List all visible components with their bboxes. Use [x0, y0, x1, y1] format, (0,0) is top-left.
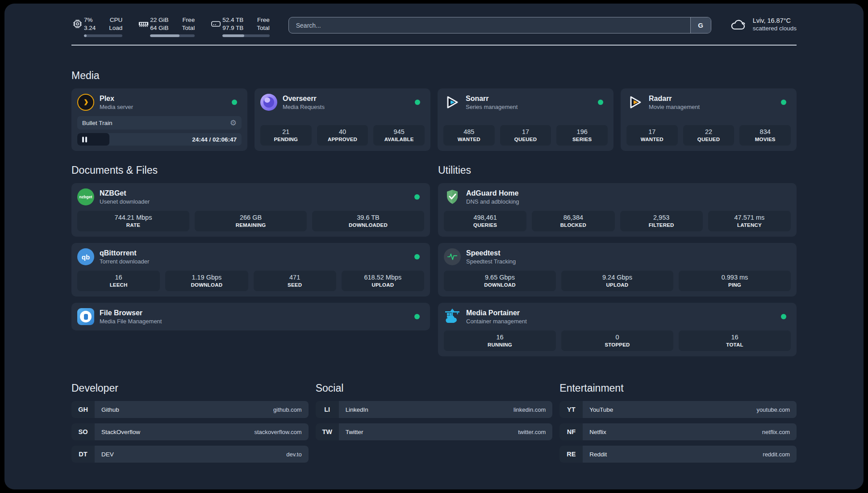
app-subtitle: DNS and adblocking: [466, 198, 791, 205]
bookmark-name: YouTube: [589, 406, 613, 413]
adguard-card[interactable]: AdGuard Home DNS and adblocking 498,461 …: [438, 183, 797, 237]
stat-value: 16: [446, 334, 554, 341]
stat-tile: 834 MOVIES: [739, 125, 791, 146]
filebrowser-card[interactable]: File Browser Media File Management: [71, 303, 430, 330]
stat-value: 196: [558, 128, 606, 135]
header-divider: [71, 45, 797, 46]
qbittorrent-card[interactable]: qb qBittorrent Torrent downloader 16 LEE…: [71, 243, 430, 297]
stat-label: QUEUED: [502, 137, 550, 142]
bookmark-stackoverflow[interactable]: SO StackOverflow stackoverflow.com: [71, 423, 309, 440]
section-title-entertainment: Entertainment: [559, 382, 797, 394]
disk-free-label: Free: [257, 16, 270, 24]
app-title: Radarr: [649, 95, 776, 103]
status-dot: [414, 254, 420, 259]
stat-value: 2,953: [622, 214, 701, 221]
stat-tile: 17 WANTED: [626, 125, 678, 146]
app-title: Plex: [100, 95, 226, 103]
memory-metric: 22 GiB 64 GiB Free Total: [138, 16, 195, 37]
memory-free-label: Free: [182, 16, 195, 24]
stat-label: BLOCKED: [534, 222, 613, 228]
status-dot: [414, 194, 420, 200]
app-title: Media Portainer: [466, 309, 776, 317]
nzbget-card[interactable]: nzbget NZBGet Usenet downloader 744.21 M…: [71, 183, 430, 237]
bookmark-abbr: NF: [559, 423, 583, 440]
stat-tile: 9.24 Gbps UPLOAD: [561, 271, 673, 291]
stat-label: AVAILABLE: [375, 137, 423, 142]
radarr-card[interactable]: Radarr Movie management 17 WANTED 22 QUE…: [621, 88, 797, 151]
stat-tile: 498,461 QUERIES: [444, 211, 526, 231]
bookmark-twitter[interactable]: TW Twitter twitter.com: [316, 423, 553, 440]
search-bar: G: [288, 17, 711, 33]
stat-value: 485: [445, 128, 493, 135]
bookmark-dev[interactable]: DT DEV dev.to: [71, 446, 309, 463]
stat-value: 9.24 Gbps: [563, 274, 672, 281]
stat-tile: 39.6 TB DOWNLOADED: [312, 211, 424, 231]
weather-condition: scattered clouds: [753, 25, 797, 32]
app-subtitle: Media Requests: [283, 104, 409, 110]
app-subtitle: Series management: [466, 104, 593, 110]
playback-time: 24:44 / 02:06:47: [192, 136, 242, 143]
bookmark-youtube[interactable]: YT YouTube youtube.com: [559, 401, 797, 418]
section-developer: Developer GH Github github.com SO StackO…: [71, 382, 309, 468]
bookmark-name: DEV: [101, 451, 114, 458]
portainer-card[interactable]: Media Portainer Container management 16 …: [438, 303, 797, 356]
bookmark-name: StackOverflow: [101, 429, 140, 435]
bookmark-name: Netflix: [589, 429, 606, 435]
section-title-documents: Documents & Files: [71, 164, 430, 176]
app-title: Speedtest: [466, 249, 791, 257]
stat-tile: 40 APPROVED: [317, 125, 368, 146]
disk-icon: [210, 18, 222, 30]
stat-value: 39.6 TB: [314, 214, 422, 221]
status-dot: [781, 314, 786, 319]
app-title: qBittorrent: [100, 249, 409, 257]
qbittorrent-icon: qb: [77, 248, 94, 265]
overseerr-card[interactable]: Overseerr Media Requests 21 PENDING 40 A…: [255, 88, 430, 151]
stat-label: PING: [680, 282, 789, 288]
gear-icon[interactable]: ⚙: [230, 119, 237, 127]
playback-progress-bar[interactable]: 24:44 / 02:06:47: [77, 133, 242, 146]
app-title: Overseerr: [283, 95, 409, 103]
bookmark-abbr: TW: [316, 423, 339, 440]
status-dot: [781, 100, 786, 105]
bookmark-name: Reddit: [589, 451, 607, 458]
weather-widget[interactable]: Lviv, 16.87°C scattered clouds: [730, 17, 797, 32]
app-subtitle: Movie management: [649, 104, 776, 110]
pause-icon[interactable]: [77, 137, 87, 142]
status-dot: [232, 100, 237, 105]
stat-value: 16: [79, 274, 158, 281]
memory-icon: [138, 18, 150, 30]
stat-value: 21: [262, 128, 310, 135]
search-input[interactable]: [289, 17, 690, 33]
app-subtitle: Torrent downloader: [100, 258, 409, 265]
bookmark-name: LinkedIn: [346, 406, 368, 413]
bookmark-netflix[interactable]: NF Netflix netflix.com: [559, 423, 797, 440]
memory-free: 22 GiB: [150, 16, 168, 24]
stat-label: PENDING: [262, 137, 310, 142]
portainer-icon: [444, 308, 461, 325]
app-title: Sonarr: [466, 95, 593, 103]
sonarr-card[interactable]: Sonarr Series management 485 WANTED 17 Q…: [438, 88, 613, 151]
bookmark-linkedin[interactable]: LI LinkedIn linkedin.com: [316, 401, 553, 418]
bookmark-reddit[interactable]: RE Reddit reddit.com: [559, 446, 797, 463]
stat-value: 16: [680, 334, 789, 341]
bookmark-url: reddit.com: [763, 451, 790, 458]
search-engine-button[interactable]: G: [690, 17, 711, 33]
stat-label: DOWNLOADED: [314, 222, 422, 228]
bookmark-abbr: RE: [559, 446, 583, 463]
stat-tile: 86,384 BLOCKED: [532, 211, 614, 231]
memory-progress-bar: [150, 34, 195, 37]
plex-icon: [77, 94, 94, 111]
plex-card[interactable]: Plex Media server Bullet Train ⚙ 24:44 /…: [71, 88, 247, 151]
stat-tile: 2,953 FILTERED: [620, 211, 703, 231]
bookmark-github[interactable]: GH Github github.com: [71, 401, 309, 418]
cpu-load-label: Load: [109, 24, 122, 32]
overseerr-icon: [260, 94, 277, 111]
app-subtitle: Media File Management: [100, 318, 409, 325]
section-entertainment: Entertainment YT YouTube youtube.com NF …: [559, 382, 797, 468]
speedtest-card[interactable]: Speedtest Speedtest Tracking 9.65 Gbps D…: [438, 243, 797, 297]
cpu-icon: [71, 18, 83, 30]
stat-value: 471: [255, 274, 334, 281]
sonarr-icon: [443, 94, 460, 111]
stat-label: STOPPED: [563, 342, 672, 347]
stat-label: QUEUED: [685, 137, 733, 142]
